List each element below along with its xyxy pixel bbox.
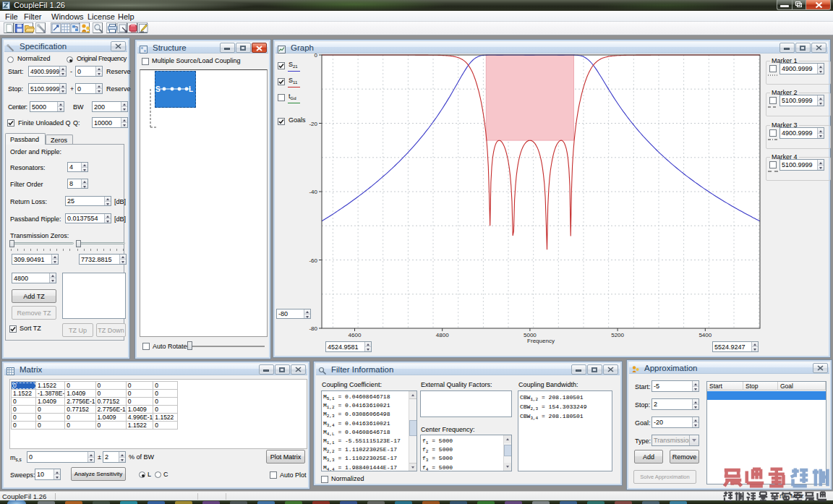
svg-text:L: L [189,85,193,93]
svg-text:-40: -40 [309,189,317,195]
svg-text:4800: 4800 [436,332,449,338]
svg-text:5400: 5400 [699,332,712,338]
svg-text:-80: -80 [309,325,317,332]
svg-text:-60: -60 [309,257,317,264]
svg-text:-20: -20 [309,121,317,127]
svg-text:Frequency: Frequency [527,338,555,344]
svg-text:0: 0 [315,52,318,59]
svg-text:5200: 5200 [611,332,624,338]
svg-text:4600: 4600 [349,332,362,338]
